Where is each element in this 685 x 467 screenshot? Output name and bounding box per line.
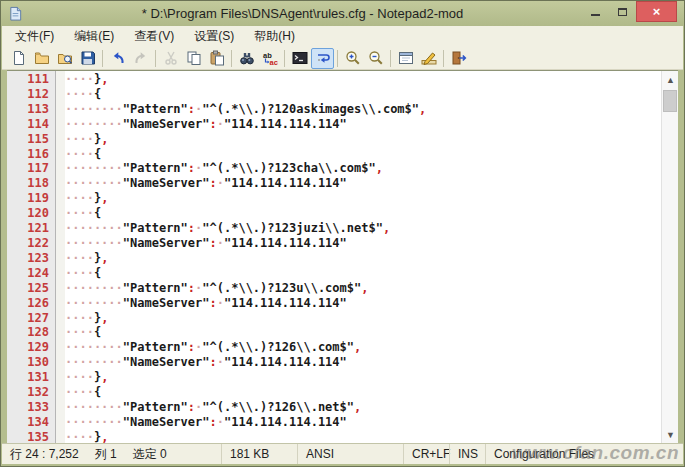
scheme-config-button[interactable]: [394, 48, 417, 69]
code-line: ····{: [65, 325, 661, 340]
code-line: ····{: [65, 147, 661, 162]
status-file-type[interactable]: Configuration Files: [485, 444, 683, 464]
toolbar-separator: [102, 50, 103, 67]
status-selection: 选定 0: [133, 446, 167, 463]
replace-button[interactable]: abac: [258, 48, 281, 69]
save-file-button[interactable]: [76, 48, 99, 69]
status-insert-mode[interactable]: INS: [449, 444, 485, 464]
undo-icon: [110, 50, 126, 66]
copy-icon: [186, 50, 202, 66]
selection-margin[interactable]: [56, 71, 65, 443]
line-number: 135: [7, 430, 49, 443]
minimize-icon: [591, 14, 600, 16]
toolbar-separator: [155, 50, 156, 67]
word-wrap-button[interactable]: [311, 48, 334, 69]
notepad2-window: * D:\Program Files\DNSAgent\rules.cfg - …: [0, 0, 685, 467]
caret-position: 行 24 : 7,252 列 1 选定 0: [2, 444, 221, 464]
toolbar: abac: [2, 47, 683, 70]
cut-icon: [163, 50, 179, 66]
code-line: ····},: [65, 72, 661, 87]
copy-button[interactable]: [182, 48, 205, 69]
menu-item-edit[interactable]: 编辑(E): [64, 25, 124, 48]
paste-button[interactable]: [205, 48, 228, 69]
exit-button[interactable]: [447, 48, 470, 69]
open-file-button[interactable]: [30, 48, 53, 69]
line-number: 114: [7, 117, 49, 132]
browse-file-button[interactable]: [53, 48, 76, 69]
find-button[interactable]: [235, 48, 258, 69]
scroll-up-arrow-icon[interactable]: ▲: [662, 71, 678, 88]
close-button[interactable]: ×: [636, 1, 677, 22]
status-column: 列 1: [95, 446, 117, 463]
replace-icon: abac: [262, 50, 278, 66]
minimize-button[interactable]: [582, 1, 609, 22]
new-file-button[interactable]: [7, 48, 30, 69]
code-line: ····},: [65, 311, 661, 326]
status-file-size: 181 KB: [221, 444, 297, 464]
code-line: ····{: [65, 385, 661, 400]
menu-item-view[interactable]: 查看(V): [124, 25, 184, 48]
code-line: ····{: [65, 87, 661, 102]
line-number: 127: [7, 311, 49, 326]
menu-item-settings[interactable]: 设置(S): [184, 25, 244, 48]
line-number: 131: [7, 370, 49, 385]
toolbar-separator: [284, 50, 285, 67]
paste-icon: [209, 50, 225, 66]
menu-bar: 文件(F)编辑(E)查看(V)设置(S)帮助(H): [2, 26, 683, 47]
code-lines[interactable]: ····},····{········"Pattern":·"^(.*\\.)?…: [65, 71, 661, 443]
exit-icon: [451, 50, 467, 66]
scrollbar-thumb[interactable]: [663, 90, 677, 112]
line-number: 122: [7, 236, 49, 251]
line-number: 128: [7, 325, 49, 340]
redo-button: [129, 48, 152, 69]
code-line: ········"NameServer":·"114.114.114.114": [65, 236, 661, 251]
code-line: ········"NameServer":·"114.114.114.114": [65, 355, 661, 370]
launch-console-icon: [292, 50, 308, 66]
line-number: 132: [7, 385, 49, 400]
customize-scheme-button[interactable]: [417, 48, 440, 69]
code-line: ········"NameServer":·"114.114.114.114": [65, 296, 661, 311]
new-file-icon: [11, 50, 27, 66]
code-line: ····},: [65, 370, 661, 385]
redo-icon: [133, 50, 149, 66]
status-bar: 行 24 : 7,252 列 1 选定 0 181 KB ANSI CR+LF …: [2, 443, 683, 464]
line-number: 125: [7, 281, 49, 296]
line-number: 116: [7, 147, 49, 162]
toolbar-separator: [390, 50, 391, 67]
zoom-in-button[interactable]: [341, 48, 364, 69]
zoom-in-icon: [345, 50, 361, 66]
find-icon: [239, 50, 255, 66]
scroll-down-arrow-icon[interactable]: ▼: [662, 426, 678, 443]
code-line: ········"NameServer":·"114.114.114.114": [65, 117, 661, 132]
line-number-gutter[interactable]: 1111121131141151161171181191201211221231…: [7, 71, 55, 443]
zoom-out-button[interactable]: [364, 48, 387, 69]
browse-file-icon: [57, 50, 73, 66]
code-line: ····{: [65, 266, 661, 281]
code-line: ····},: [65, 251, 661, 266]
zoom-out-icon: [368, 50, 384, 66]
code-line: ····},: [65, 430, 661, 443]
launch-console-button[interactable]: [288, 48, 311, 69]
status-encoding[interactable]: ANSI: [297, 444, 403, 464]
customize-scheme-icon: [421, 50, 437, 66]
maximize-button[interactable]: [609, 1, 636, 22]
vertical-scrollbar[interactable]: ▲ ▼: [661, 71, 678, 443]
line-number: 124: [7, 266, 49, 281]
line-number: 129: [7, 340, 49, 355]
line-number: 119: [7, 191, 49, 206]
undo-button[interactable]: [106, 48, 129, 69]
line-number: 117: [7, 161, 49, 176]
line-number: 111: [7, 72, 49, 87]
title-bar[interactable]: * D:\Program Files\DNSAgent\rules.cfg - …: [1, 1, 684, 26]
menu-item-file[interactable]: 文件(F): [5, 25, 64, 48]
svg-text:ac: ac: [269, 58, 277, 66]
menu-item-help[interactable]: 帮助(H): [244, 25, 305, 48]
save-file-icon: [80, 50, 96, 66]
code-line: ········"Pattern":·"^(.*\\.)?123juzi\\.n…: [65, 221, 661, 236]
line-number: 120: [7, 206, 49, 221]
toolbar-separator: [337, 50, 338, 67]
line-number: 123: [7, 251, 49, 266]
status-eol-mode[interactable]: CR+LF: [403, 444, 449, 464]
code-line: ········"Pattern":·"^(.*\\.)?126\\.net$"…: [65, 400, 661, 415]
maximize-icon: [618, 8, 627, 16]
